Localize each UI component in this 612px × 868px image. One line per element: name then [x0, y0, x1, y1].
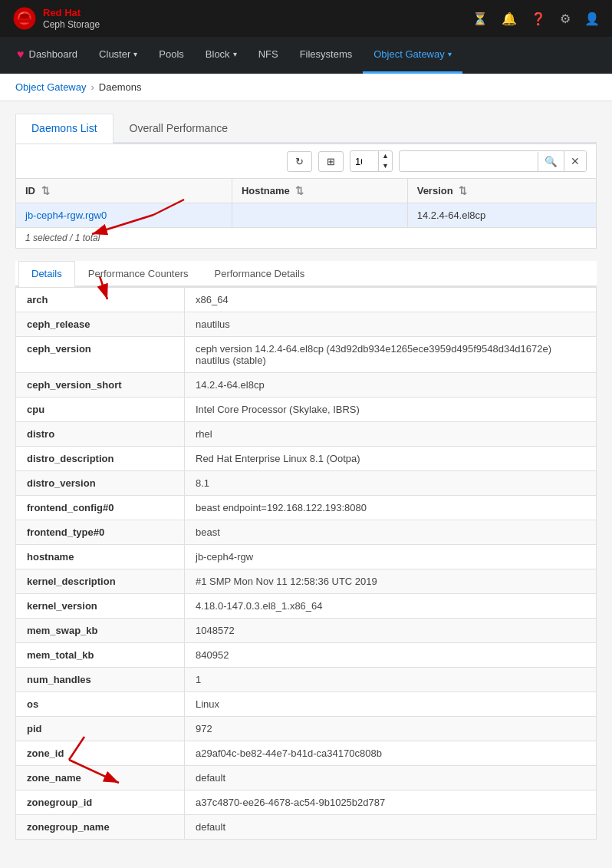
- detail-value: 1: [185, 668, 597, 692]
- detail-value: a29af04c-be82-44e7-b41d-ca34170c808b: [185, 741, 597, 766]
- sub-tab-performance-counters[interactable]: Performance Counters: [75, 261, 202, 285]
- nav-nfs[interactable]: NFS: [248, 37, 289, 74]
- heartbeat-icon: ♥: [17, 48, 25, 61]
- brand: 🔴 Red Hat Ceph Storage: [12, 6, 100, 31]
- detail-key: num_handles: [16, 668, 185, 692]
- detail-key: frontend_config#0: [16, 496, 185, 520]
- breadcrumb-object-gateway[interactable]: Object Gateway: [15, 81, 87, 93]
- detail-key: distro_description: [16, 447, 185, 471]
- tab-overall-performance[interactable]: Overall Performance: [114, 114, 244, 142]
- breadcrumb-daemons: Daemons: [99, 81, 142, 93]
- detail-row: frontend_type#0 beast: [16, 520, 597, 545]
- detail-value: Linux: [185, 692, 597, 717]
- detail-value: Red Hat Enterprise Linux 8.1 (Ootpa): [185, 447, 597, 471]
- detail-value: rhel: [185, 422, 597, 447]
- detail-row: zone_id a29af04c-be82-44e7-b41d-ca34170c…: [16, 741, 597, 766]
- page-size-arrows: ▲ ▼: [378, 151, 392, 171]
- detail-key: distro: [16, 422, 185, 447]
- hostname-sort-icon: ⇅: [295, 185, 304, 196]
- gear-icon[interactable]: ⚙: [560, 12, 571, 26]
- help-icon[interactable]: ❓: [531, 12, 546, 26]
- tab-daemons-list[interactable]: Daemons List: [15, 114, 114, 144]
- cell-hostname: [232, 203, 407, 228]
- main-tab-bar: Daemons List Overall Performance: [15, 114, 597, 144]
- refresh-button[interactable]: ↻: [287, 151, 312, 172]
- cluster-caret-icon: ▾: [133, 50, 137, 58]
- detail-key: ceph_version_short: [16, 373, 185, 398]
- breadcrumb-sep: ›: [91, 81, 94, 93]
- col-hostname[interactable]: Hostname ⇅: [232, 179, 407, 203]
- detail-row: kernel_version 4.18.0-147.0.3.el8_1.x86_…: [16, 594, 597, 619]
- nav-block[interactable]: Block ▾: [195, 37, 248, 74]
- page-size-input[interactable]: [350, 153, 378, 170]
- detail-row: ceph_version ceph version 14.2.4-64.el8c…: [16, 337, 597, 373]
- detail-key: kernel_description: [16, 569, 185, 594]
- version-sort-icon: ⇅: [459, 185, 467, 196]
- nav-cluster[interactable]: Cluster ▾: [88, 37, 148, 74]
- brand-line2: Ceph Storage: [43, 19, 100, 30]
- detail-row: num_handles 1: [16, 668, 597, 692]
- detail-value: a37c4870-ee26-4678-ac54-9b1025b2d787: [185, 790, 597, 815]
- search-clear-button[interactable]: ✕: [564, 151, 586, 171]
- cell-version: 14.2.4-64.el8cp: [407, 203, 596, 228]
- table-row[interactable]: jb-ceph4-rgw.rgw0 14.2.4-64.el8cp: [16, 203, 597, 228]
- page-size-control: ▲ ▼: [350, 150, 393, 172]
- nav-dashboard[interactable]: ♥ Dashboard: [6, 37, 88, 74]
- detail-row: distro_version 8.1: [16, 471, 597, 496]
- sub-tab-details[interactable]: Details: [18, 261, 75, 287]
- sub-tab-performance-details[interactable]: Performance Details: [202, 261, 318, 285]
- detail-value: jb-ceph4-rgw: [185, 545, 597, 569]
- top-nav-icons: ⏳ 🔔 ❓ ⚙ 👤: [472, 12, 600, 26]
- detail-key: ceph_release: [16, 312, 185, 337]
- object-gateway-caret-icon: ▾: [448, 50, 452, 58]
- col-id[interactable]: ID ⇅: [16, 179, 232, 203]
- page-size-down[interactable]: ▼: [379, 161, 392, 171]
- detail-value: 14.2.4-64.el8cp: [185, 373, 597, 398]
- nav-object-gateway[interactable]: Object Gateway ▾: [363, 37, 462, 74]
- detail-key: kernel_version: [16, 594, 185, 619]
- detail-row: arch x86_64: [16, 288, 597, 312]
- detail-row: ceph_release nautilus: [16, 312, 597, 337]
- detail-row: pid 972: [16, 717, 597, 741]
- detail-key: mem_swap_kb: [16, 619, 185, 643]
- grid-view-button[interactable]: ⊞: [318, 151, 344, 172]
- detail-row: ceph_version_short 14.2.4-64.el8cp: [16, 373, 597, 398]
- detail-row: zonegroup_name default: [16, 815, 597, 840]
- detail-value: 1048572: [185, 619, 597, 643]
- top-navbar: 🔴 Red Hat Ceph Storage ⏳ 🔔 ❓ ⚙ 👤: [0, 0, 612, 37]
- bell-icon[interactable]: 🔔: [502, 12, 517, 26]
- detail-key: distro_version: [16, 471, 185, 496]
- detail-key: hostname: [16, 545, 185, 569]
- detail-key: mem_total_kb: [16, 643, 185, 668]
- detail-table: arch x86_64 ceph_release nautilus ceph_v…: [15, 287, 597, 840]
- task-icon[interactable]: ⏳: [472, 12, 488, 26]
- detail-value: x86_64: [185, 288, 597, 312]
- user-icon[interactable]: 👤: [584, 12, 600, 26]
- detail-value: default: [185, 815, 597, 840]
- redhat-logo-icon: 🔴: [12, 6, 37, 31]
- detail-row: kernel_description #1 SMP Mon Nov 11 12:…: [16, 569, 597, 594]
- page-size-up[interactable]: ▲: [379, 151, 392, 161]
- detail-value: 972: [185, 717, 597, 741]
- svg-rect-3: [17, 20, 31, 23]
- selection-info-text: 1 selected / 1 total: [25, 233, 100, 243]
- nav-pools[interactable]: Pools: [148, 37, 195, 74]
- search-input[interactable]: [400, 152, 538, 171]
- detail-key: cpu: [16, 398, 185, 422]
- col-version[interactable]: Version ⇅: [407, 179, 596, 203]
- detail-row: mem_swap_kb 1048572: [16, 619, 597, 643]
- detail-value: default: [185, 766, 597, 790]
- detail-key: zone_id: [16, 741, 185, 766]
- nav-filesystems[interactable]: Filesystems: [289, 37, 364, 74]
- detail-key: zonegroup_id: [16, 790, 185, 815]
- detail-value: nautilus: [185, 312, 597, 337]
- detail-value: 4.18.0-147.0.3.el8_1.x86_64: [185, 594, 597, 619]
- search-button[interactable]: 🔍: [538, 152, 564, 171]
- table-toolbar: ↻ ⊞ ▲ ▼ 🔍 ✕: [15, 144, 597, 178]
- detail-row: mem_total_kb 840952: [16, 643, 597, 668]
- id-sort-icon: ⇅: [41, 185, 50, 196]
- detail-row: distro rhel: [16, 422, 597, 447]
- detail-row: frontend_config#0 beast endpoint=192.168…: [16, 496, 597, 520]
- detail-row: os Linux: [16, 692, 597, 717]
- breadcrumb: Object Gateway › Daemons: [0, 74, 612, 101]
